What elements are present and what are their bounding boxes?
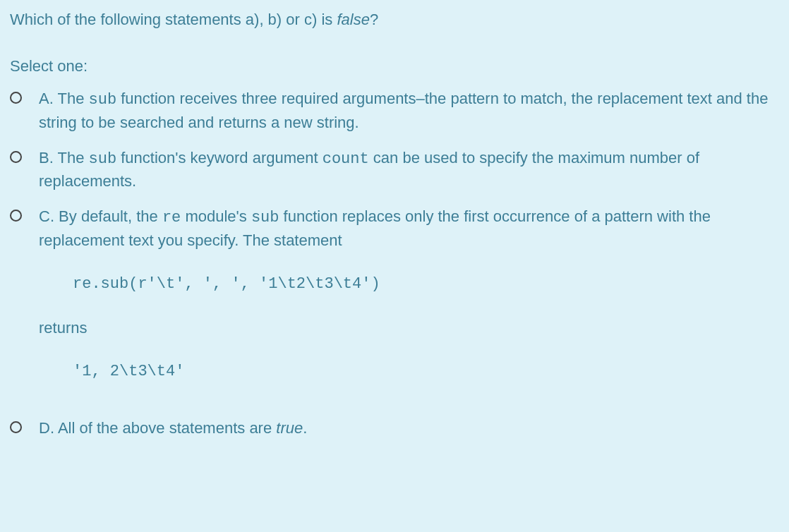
option-d[interactable]: D. All of the above statements are true. <box>10 417 779 440</box>
option-d-emph: true <box>276 419 303 437</box>
question-text-suffix: ? <box>370 11 378 28</box>
question-text-prefix: Which of the following statements a), b)… <box>10 11 337 28</box>
option-c-codeblock2: '1, 2\t3\t4' <box>73 361 779 383</box>
question-emph: false <box>337 11 369 28</box>
option-c-body: C. By default, the re module's sub funct… <box>39 205 779 404</box>
options-list: A. The sub function receives three requi… <box>10 87 779 440</box>
question-stem: Which of the following statements a), b)… <box>10 8 779 31</box>
select-one-label: Select one: <box>10 55 779 78</box>
radio-a[interactable] <box>10 92 22 104</box>
option-c-pre: C. By default, the <box>39 207 162 225</box>
option-b[interactable]: B. The sub function's keyword argument c… <box>10 147 779 193</box>
option-b-pre: B. The <box>39 149 89 167</box>
option-c-codeblock1: re.sub(r'\t', ', ', '1\t2\t3\t4') <box>73 273 779 296</box>
option-c-code1: re <box>162 209 181 226</box>
option-d-body: D. All of the above statements are true. <box>39 417 779 440</box>
option-a-pre: A. The <box>39 90 89 107</box>
question-container: Which of the following statements a), b)… <box>0 0 789 448</box>
option-c-returns: returns <box>39 317 779 339</box>
option-c-mid1: module's <box>181 207 251 225</box>
option-a[interactable]: A. The sub function receives three requi… <box>10 87 779 134</box>
option-b-body: B. The sub function's keyword argument c… <box>39 147 779 193</box>
option-c[interactable]: C. By default, the re module's sub funct… <box>10 205 779 404</box>
option-d-pre: D. All of the above statements are <box>39 419 276 437</box>
option-d-post: . <box>303 419 307 437</box>
radio-b[interactable] <box>10 151 22 163</box>
radio-c[interactable] <box>10 210 22 222</box>
option-b-code1: sub <box>89 150 117 168</box>
option-b-code2: count <box>323 150 369 168</box>
radio-d[interactable] <box>10 421 22 433</box>
option-b-mid1: function's keyword argument <box>116 149 323 167</box>
option-a-code1: sub <box>89 91 117 109</box>
option-c-code2: sub <box>251 209 279 226</box>
option-a-post: function receives three required argumen… <box>39 90 768 131</box>
option-a-body: A. The sub function receives three requi… <box>39 87 779 134</box>
